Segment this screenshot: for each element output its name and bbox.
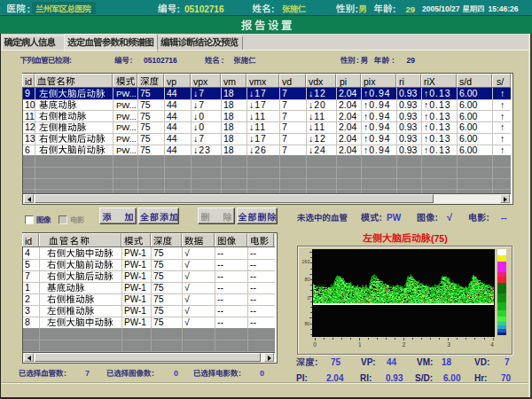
svg-text::: : [379,213,382,223]
svg-text:29: 29 [407,56,416,65]
svg-text:0: 0 [260,369,264,378]
svg-text:√: √ [447,212,453,223]
svg-text::: : [64,369,66,378]
svg-text:7: 7 [505,357,510,367]
svg-text::: : [130,56,133,65]
svg-text:(75): (75) [431,233,448,244]
svg-text::: : [435,213,438,223]
svg-text:44: 44 [387,357,397,367]
svg-text:18: 18 [442,357,452,367]
svg-text:75: 75 [331,357,341,367]
svg-text::: : [239,369,241,378]
svg-text:VP:: VP: [361,357,376,367]
svg-text:7: 7 [85,369,90,378]
svg-text::: : [222,56,224,65]
svg-text::: : [69,56,72,65]
svg-text:VM:: VM: [417,357,433,367]
svg-text:05102716: 05102716 [144,56,177,65]
svg-text::: : [356,56,359,65]
svg-text::: : [315,357,317,367]
svg-text:PW: PW [387,213,402,223]
svg-text::: : [152,369,154,378]
svg-text:VD:: VD: [474,357,489,367]
svg-text::: : [392,56,395,65]
svg-text:0: 0 [174,369,178,378]
svg-text:--: -- [501,213,507,223]
svg-text::: : [487,213,489,223]
